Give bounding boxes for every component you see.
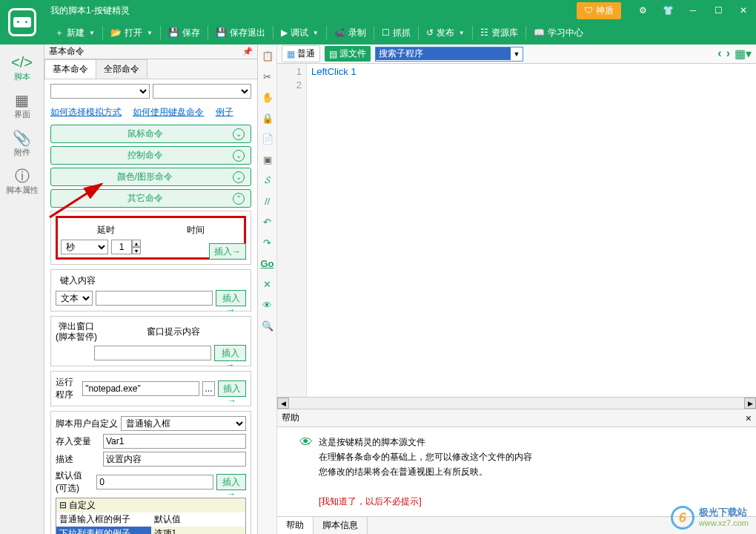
chevron-down-icon: ⌄: [233, 171, 245, 183]
top-select-2[interactable]: [153, 84, 252, 99]
panel-title: 基本命令: [49, 45, 84, 58]
db-icon: ☷: [480, 27, 488, 38]
run-path-input[interactable]: [82, 381, 199, 396]
new-button[interactable]: ＋新建▼: [50, 21, 99, 44]
group-control[interactable]: 控制命令⌄: [50, 146, 251, 165]
sidebar-item-attach[interactable]: 📎附件: [4, 125, 41, 162]
vtool-go[interactable]: Go: [261, 257, 274, 270]
grab-button[interactable]: ☐抓抓: [377, 21, 415, 44]
code-editor[interactable]: LeftClick 1: [307, 64, 756, 397]
chevron-up-icon: ⌃: [233, 193, 245, 205]
shield-icon: 🛡: [584, 5, 593, 16]
vtool-find[interactable]: 👁: [261, 298, 274, 312]
line-gutter: 12: [277, 64, 307, 397]
nav-next-button[interactable]: ›: [726, 47, 730, 61]
sidebar-item-props[interactable]: ⓘ脚本属性: [4, 162, 41, 200]
delay-unit-select[interactable]: 秒: [61, 240, 108, 254]
folder-icon: 📂: [110, 27, 122, 38]
vtool-redo[interactable]: ↷: [261, 236, 274, 249]
save-exit-icon: 💾: [216, 27, 227, 38]
save-exit-button[interactable]: 💾保存退出: [211, 21, 270, 44]
run-browse-button[interactable]: ...: [202, 381, 215, 396]
save-icon: 💾: [168, 27, 179, 38]
typing-mode-select[interactable]: 文本: [56, 291, 93, 306]
shield-button[interactable]: 🛡 神盾: [577, 2, 621, 19]
maximize-button[interactable]: ☐: [706, 0, 731, 21]
vtool-cross[interactable]: ✕: [261, 277, 274, 291]
custom-desc-input[interactable]: [103, 452, 246, 467]
vtool-doc[interactable]: 📄: [261, 132, 274, 145]
vtool-lock[interactable]: 🔒: [261, 111, 274, 125]
top-select-1[interactable]: [50, 84, 150, 99]
group-other[interactable]: 其它命令⌃: [50, 189, 251, 208]
help-title: 帮助: [282, 412, 299, 424]
link-keyboard[interactable]: 如何使用键盘命令: [133, 107, 204, 117]
view-normal-button[interactable]: ▦普通: [282, 45, 320, 62]
link-sim-mode[interactable]: 如何选择模拟方式: [50, 107, 122, 117]
vtool-undo[interactable]: ↶: [261, 215, 274, 228]
chevron-down-icon: ⌄: [233, 150, 245, 162]
tab-basic[interactable]: 基本命令: [44, 59, 96, 79]
record-button[interactable]: 📹录制: [330, 21, 371, 44]
h-scrollbar[interactable]: ◀▶: [277, 397, 756, 409]
typing-text-input[interactable]: [96, 291, 213, 306]
skin-icon[interactable]: 👕: [655, 0, 680, 21]
vtool-hand[interactable]: ✋: [261, 90, 274, 104]
vtool-cut[interactable]: ✂: [261, 70, 274, 83]
sidebar-item-script[interactable]: </>脚本: [4, 49, 41, 87]
app-logo: [0, 0, 44, 44]
debug-button[interactable]: ▶调试▼: [276, 21, 323, 44]
book-icon: 📖: [534, 27, 545, 38]
open-button[interactable]: 📂打开▼: [106, 21, 157, 44]
help-text: 这是按键精灵的脚本源文件 在理解各条命令的基础上，您可以修改这个文件的内容 您修…: [319, 435, 532, 509]
help-tab-info[interactable]: 脚本信息: [314, 517, 368, 534]
settings-icon[interactable]: ⚙: [630, 0, 655, 21]
tab-all[interactable]: 全部命令: [96, 59, 147, 79]
typing-insert-button[interactable]: 插入→: [216, 290, 246, 306]
resource-button[interactable]: ☷资源库: [476, 21, 523, 44]
publish-icon: ↺: [426, 27, 434, 38]
paperclip-icon: 📎: [12, 129, 33, 147]
delay-time-spinner[interactable]: ▲▼: [111, 240, 141, 254]
info-icon: ⓘ: [12, 167, 33, 185]
record-icon: 📹: [334, 27, 345, 38]
publish-button[interactable]: ↺发布▼: [422, 21, 469, 44]
pin-icon[interactable]: 📌: [242, 47, 253, 56]
help-close-button[interactable]: ×: [746, 412, 752, 424]
popup-insert-button[interactable]: 插入→: [214, 345, 246, 361]
help-dismiss-link[interactable]: [我知道了，以后不必提示]: [319, 494, 532, 509]
chevron-down-icon: ⌄: [233, 128, 245, 140]
custom-examples-list[interactable]: ⊟ 自定义 普通输入框的例子默认值 下拉列表框的例子选项1 选项1: [56, 498, 246, 534]
code-icon: </>: [12, 53, 33, 71]
play-icon: ▶: [281, 27, 288, 38]
popup-text-input[interactable]: [94, 346, 211, 360]
nav-prev-button[interactable]: ‹: [717, 47, 721, 61]
grab-icon: ☐: [382, 27, 390, 38]
link-example-1[interactable]: 例子: [216, 107, 233, 117]
grid-icon: ▦: [12, 91, 33, 109]
eye-icon: 👁: [299, 435, 313, 509]
delay-insert-button[interactable]: 插入→: [209, 243, 246, 260]
vtool-comment[interactable]: //: [261, 194, 274, 208]
minimize-button[interactable]: ─: [680, 0, 706, 21]
custom-var-input[interactable]: [103, 434, 246, 449]
search-combo[interactable]: 搜索子程序▼: [375, 47, 523, 62]
vtool-copy[interactable]: 📋: [261, 49, 274, 62]
group-color[interactable]: 颜色/图形命令⌄: [50, 168, 251, 186]
custom-type-select[interactable]: 普通输入框: [121, 416, 246, 431]
vtool-search[interactable]: 🔍: [261, 319, 274, 332]
vtool-link[interactable]: 𝓢: [261, 174, 274, 187]
group-mouse[interactable]: 鼠标命令⌄: [50, 125, 251, 143]
source-icon: ▤: [329, 49, 337, 59]
custom-insert-button[interactable]: 插入→: [216, 474, 246, 490]
vtool-terminal[interactable]: ▣: [261, 153, 274, 166]
close-button[interactable]: ✕: [731, 0, 756, 21]
learn-button[interactable]: 📖学习中心: [529, 21, 588, 44]
save-button[interactable]: 💾保存: [164, 21, 205, 44]
view-source-button[interactable]: ▤源文件: [325, 46, 371, 62]
layout-button[interactable]: ▦▾: [735, 47, 752, 61]
run-insert-button[interactable]: 插入→: [218, 380, 246, 397]
custom-default-input[interactable]: [96, 475, 213, 490]
sidebar-item-ui[interactable]: ▦界面: [4, 87, 41, 125]
help-tab-help[interactable]: 帮助: [277, 517, 314, 534]
